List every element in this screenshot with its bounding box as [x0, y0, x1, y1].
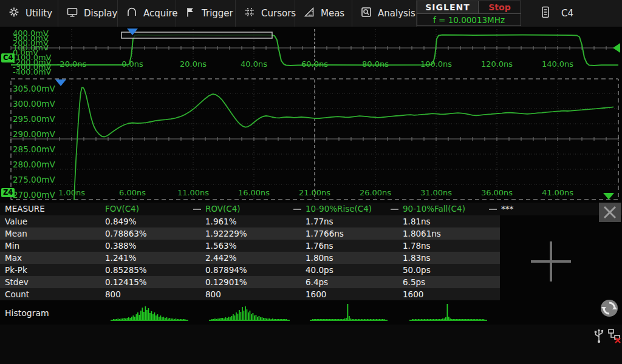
zoom-x-axis-label: 36.00ns	[481, 188, 513, 197]
measure-row-label: Count	[5, 288, 29, 300]
table-row: Max1.241%2.442%1.80ns1.83ns	[0, 252, 500, 264]
measure-column-header[interactable]: FOV(C4)	[105, 203, 139, 215]
zoom-y-axis-label: 295.00mV	[13, 115, 55, 123]
measure-value-cell: 1600	[306, 288, 326, 300]
overview-x-axis-label: 80.0ns	[362, 59, 389, 69]
zoom-waveform-trace	[74, 87, 613, 200]
lan-status-icon	[607, 328, 622, 343]
collapse-column-button[interactable]	[293, 209, 301, 210]
measure-value-cell: 6.4ps	[306, 276, 328, 288]
measure-row-label: Value	[5, 215, 27, 228]
measure-column-header[interactable]: ***	[501, 203, 513, 215]
table-row: Pk-Pk0.85285%0.87894%40.0ps50.0ps	[0, 264, 500, 276]
overview-x-axis-label: 60.0ns	[301, 59, 328, 69]
measure-value-cell: 800	[105, 288, 121, 300]
collapse-column-button[interactable]	[193, 209, 201, 210]
measure-value-cell: 50.0ps	[403, 264, 431, 276]
measure-table-corner-label: MEASURE	[5, 203, 45, 215]
table-row: Count80080016001600	[0, 288, 500, 300]
histogram-rov	[209, 306, 290, 321]
table-row: Mean0.78863%1.92229%1.7766ns1.8061ns	[0, 228, 500, 240]
zoom-y-axis-label: 275.00mV	[13, 176, 55, 184]
overview-x-axis-label: 20.0ns	[180, 59, 207, 69]
measure-value-cell: 1.78ns	[403, 240, 431, 252]
zoom-region-bar[interactable]	[121, 32, 272, 38]
measure-value-cell: 1.8061ns	[403, 228, 441, 240]
measure-column-header[interactable]: ROV(C4)	[205, 203, 241, 215]
measure-value-cell: 1.563%	[205, 240, 236, 252]
overview-x-axis-label: -20.0ns	[57, 59, 87, 69]
measure-value-cell: 1.92229%	[205, 228, 247, 240]
zoom-x-axis-label: 16.00ns	[238, 188, 270, 197]
measure-value-cell: 1.7766ns	[306, 228, 344, 240]
histogram-section-label: Histogram	[5, 308, 49, 318]
measure-value-cell: 1.961%	[205, 215, 236, 228]
overview-x-axis-label: 100.0ns	[420, 59, 452, 69]
measure-column-header[interactable]: 10-90%Rise(C4)	[306, 203, 372, 215]
overview-x-axis-label: 140.0ns	[542, 59, 573, 69]
zoom-x-axis-label: 26.00ns	[360, 188, 391, 197]
measure-value-cell: 0.12901%	[205, 276, 247, 288]
measure-value-cell: 0.87894%	[205, 264, 247, 276]
overview-x-axis-label: 40.0ns	[241, 59, 267, 69]
zoom-y-axis-label: 285.00mV	[13, 146, 55, 153]
measure-value-cell: 6.5ps	[403, 276, 425, 288]
measure-row-label: Min	[5, 240, 19, 252]
channel-c4-axis-chip[interactable]: C4	[1, 53, 15, 62]
histogram-rise	[310, 304, 388, 321]
overview-y-axis-label: -400.0mV	[13, 68, 51, 76]
trigger-position-marker-overview[interactable]	[127, 29, 138, 35]
measure-value-cell: 1.76ns	[306, 240, 333, 252]
zoom-y-axis-label: 280.00mV	[13, 161, 55, 169]
zoom-x-axis-label: 41.00ns	[542, 188, 573, 197]
collapse-column-button[interactable]	[391, 209, 398, 210]
measure-value-cell: 0.849%	[105, 215, 136, 228]
zoom-right-edge-marker	[603, 193, 614, 200]
measure-row-label: Stdev	[5, 276, 29, 288]
zoom-window-grid	[11, 79, 618, 200]
zoom-y-axis-label: 290.00mV	[13, 130, 55, 138]
measure-row-label: Max	[5, 252, 22, 264]
status-bar: C4 DC1M 1X100mV/ FULL0.00V Z4 5.00ns/5.0…	[0, 325, 622, 364]
measure-value-cell: 0.78863%	[105, 228, 147, 240]
zoom-x-axis-label: 31.00ns	[420, 188, 452, 197]
measure-value-cell: 1.80ns	[306, 252, 333, 264]
overview-x-axis-label: 0.0ns	[121, 59, 143, 69]
table-row: Value0.849%1.961%1.77ns1.81ns	[0, 215, 500, 228]
measure-value-cell: 0.388%	[105, 240, 136, 252]
table-row: Min0.388%1.563%1.76ns1.78ns	[0, 240, 500, 252]
zoom-x-axis-label: 6.00ns	[119, 188, 146, 197]
measure-column-header[interactable]: 90-10%Fall(C4)	[403, 203, 465, 215]
zoom-z4-axis-chip[interactable]: Z4	[1, 188, 15, 197]
oscilloscope-screen: UtilityDisplayAcquireTriggerCursorsMeasA…	[0, 0, 622, 364]
histogram-fall	[409, 304, 487, 321]
measure-value-cell: 800	[205, 288, 221, 300]
zoom-x-axis-label: 21.00ns	[299, 188, 330, 197]
histogram-reset-icon[interactable]	[599, 298, 620, 318]
measure-value-cell: 1.241%	[105, 252, 136, 264]
collapse-column-button[interactable]	[489, 209, 497, 210]
trigger-level-marker[interactable]	[613, 43, 620, 53]
measure-value-cell: 1600	[403, 288, 423, 300]
measure-value-cell: 0.12415%	[105, 276, 147, 288]
measure-row-label: Pk-Pk	[5, 264, 27, 276]
waveform-graphics	[0, 0, 622, 364]
usb-status-icon	[593, 328, 605, 344]
table-row: Stdev0.12415%0.12901%6.4ps6.5ps	[0, 276, 500, 288]
measure-value-cell: 1.83ns	[403, 252, 431, 264]
close-measure-button[interactable]	[599, 203, 621, 222]
add-measurement-plus-icon[interactable]	[550, 241, 552, 281]
zoom-x-axis-label: 1.00ns	[58, 188, 85, 197]
measure-value-cell: 2.442%	[205, 252, 236, 264]
measure-value-cell: 1.77ns	[306, 215, 333, 228]
zoom-y-axis-label: 300.00mV	[13, 100, 55, 108]
measure-table-header: MEASUREFOV(C4)ROV(C4)10-90%Rise(C4)90-10…	[0, 203, 622, 215]
zoom-y-axis-label: 305.00mV	[13, 85, 55, 93]
trigger-position-marker-zoom[interactable]	[55, 79, 66, 86]
zoom-y-axis-label: 270.00mV	[13, 191, 55, 199]
overview-x-axis-label: 120.0ns	[481, 59, 513, 69]
measure-row-label: Mean	[5, 228, 27, 240]
histogram-fov	[111, 306, 188, 321]
measure-value-cell: 0.85285%	[105, 264, 147, 276]
measure-value-cell: 40.0ps	[306, 264, 333, 276]
